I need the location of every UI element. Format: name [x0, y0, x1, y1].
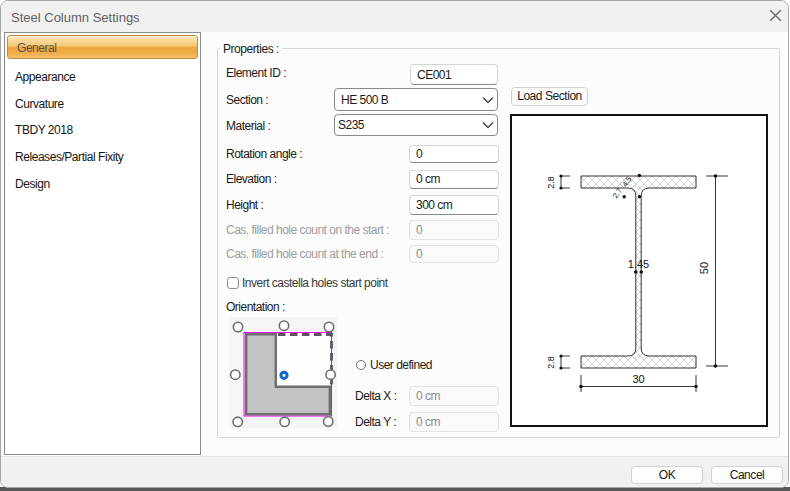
svg-text:1.45: 1.45: [628, 258, 649, 270]
svg-text:2.8: 2.8: [546, 356, 556, 369]
svg-text:50: 50: [698, 262, 710, 274]
svg-text:30: 30: [632, 373, 644, 385]
svg-text:2.8: 2.8: [546, 176, 556, 189]
